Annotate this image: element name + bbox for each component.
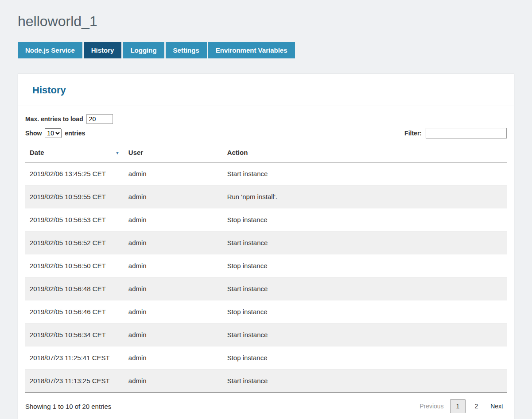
cell-user: admin <box>124 231 223 254</box>
column-header-user-label: User <box>128 149 143 156</box>
pagination-previous[interactable]: Previous <box>416 400 447 413</box>
cell-action: Start instance <box>223 277 507 300</box>
table-row: 2019/02/05 10:56:52 CET admin Start inst… <box>25 231 507 254</box>
tab-bar: Node.js ServiceHistoryLoggingSettingsEnv… <box>18 42 514 58</box>
page-title: helloworld_1 <box>18 13 514 30</box>
cell-date: 2019/02/05 10:56:46 CET <box>25 300 124 323</box>
table-row: 2019/02/05 10:56:50 CET admin Stop insta… <box>25 254 507 277</box>
cell-action: Stop instance <box>223 346 507 369</box>
cell-date: 2019/02/05 10:59:55 CET <box>25 185 124 208</box>
cell-date: 2019/02/05 10:56:52 CET <box>25 231 124 254</box>
max-entries-row: Max. entries to load <box>25 114 507 124</box>
show-label: Show <box>25 130 42 137</box>
cell-user: admin <box>124 369 223 392</box>
cell-action: Stop instance <box>223 254 507 277</box>
max-entries-input[interactable] <box>86 114 113 124</box>
history-table-body: 2019/02/06 13:45:25 CET admin Start inst… <box>25 162 507 392</box>
tab-logging[interactable]: Logging <box>123 42 164 58</box>
cell-date: 2018/07/23 11:13:25 CEST <box>25 369 124 392</box>
table-footer: Showing 1 to 10 of 20 entries Previous 1… <box>25 392 507 419</box>
page: helloworld_1 Node.js ServiceHistoryLoggi… <box>0 0 532 419</box>
pagination-page-2[interactable]: 2 <box>468 399 484 413</box>
table-row: 2019/02/05 10:56:34 CET admin Start inst… <box>25 323 507 346</box>
tab-node-js-service[interactable]: Node.js Service <box>18 42 82 58</box>
cell-action: Stop instance <box>223 300 507 323</box>
cell-date: 2019/02/05 10:56:53 CET <box>25 208 124 231</box>
cell-date: 2019/02/05 10:56:34 CET <box>25 323 124 346</box>
cell-action: Stop instance <box>223 208 507 231</box>
tab-environment-variables[interactable]: Environment Variables <box>208 42 295 58</box>
column-header-date[interactable]: Date ▼ <box>25 143 124 162</box>
cell-action: Start instance <box>223 323 507 346</box>
cell-action: Start instance <box>223 231 507 254</box>
column-header-user[interactable]: User <box>124 143 223 162</box>
cell-action: Run 'npm install'. <box>223 185 507 208</box>
cell-action: Start instance <box>223 162 507 185</box>
cell-date: 2019/02/05 10:56:48 CET <box>25 277 124 300</box>
cell-user: admin <box>124 323 223 346</box>
table-row: 2019/02/06 13:45:25 CET admin Start inst… <box>25 162 507 185</box>
cell-user: admin <box>124 185 223 208</box>
table-row: 2018/07/23 11:25:41 CEST admin Stop inst… <box>25 346 507 369</box>
show-entries-control: Show 10 entries <box>25 128 85 138</box>
sort-desc-icon: ▼ <box>115 150 120 155</box>
cell-user: admin <box>124 277 223 300</box>
table-row: 2019/02/05 10:56:48 CET admin Start inst… <box>25 277 507 300</box>
cell-user: admin <box>124 346 223 369</box>
table-row: 2019/02/05 10:56:53 CET admin Stop insta… <box>25 208 507 231</box>
history-table: Date ▼ User Action 2019/02/06 13:45:25 C… <box>25 143 507 392</box>
pagination-next[interactable]: Next <box>487 400 507 413</box>
max-entries-label: Max. entries to load <box>25 115 83 123</box>
cell-user: admin <box>124 254 223 277</box>
tab-settings[interactable]: Settings <box>166 42 207 58</box>
tab-history[interactable]: History <box>84 42 122 58</box>
cell-user: admin <box>124 300 223 323</box>
cell-user: admin <box>124 208 223 231</box>
entries-label: entries <box>65 130 85 137</box>
cell-date: 2019/02/06 13:45:25 CET <box>25 162 124 185</box>
panel-heading: History <box>32 85 500 96</box>
cell-date: 2019/02/05 10:56:50 CET <box>25 254 124 277</box>
filter-input[interactable] <box>426 128 507 138</box>
table-row: 2018/07/23 11:13:25 CEST admin Start ins… <box>25 369 507 392</box>
pagination: Previous 12 Next <box>416 399 507 413</box>
filter-control: Filter: <box>404 128 507 138</box>
pagination-pages: 12 <box>450 399 485 413</box>
column-header-date-label: Date <box>30 149 44 156</box>
page-length-select[interactable]: 10 <box>45 128 62 138</box>
panel-header: History <box>18 74 514 105</box>
cell-date: 2018/07/23 11:25:41 CEST <box>25 346 124 369</box>
length-filter-row: Show 10 entries Filter: <box>25 128 507 138</box>
table-controls: Max. entries to load Show 10 entries Fil… <box>18 105 514 138</box>
table-row: 2019/02/05 10:56:46 CET admin Stop insta… <box>25 300 507 323</box>
cell-action: Start instance <box>223 369 507 392</box>
table-header: Date ▼ User Action <box>25 143 507 162</box>
pagination-page-1[interactable]: 1 <box>450 399 466 413</box>
history-panel: History Max. entries to load Show 10 ent… <box>18 73 514 419</box>
column-header-action[interactable]: Action <box>223 143 507 162</box>
cell-user: admin <box>124 162 223 185</box>
showing-info: Showing 1 to 10 of 20 entries <box>25 403 111 410</box>
filter-label: Filter: <box>404 130 422 137</box>
column-header-action-label: Action <box>227 149 248 156</box>
table-header-row: Date ▼ User Action <box>25 143 507 162</box>
table-row: 2019/02/05 10:59:55 CET admin Run 'npm i… <box>25 185 507 208</box>
